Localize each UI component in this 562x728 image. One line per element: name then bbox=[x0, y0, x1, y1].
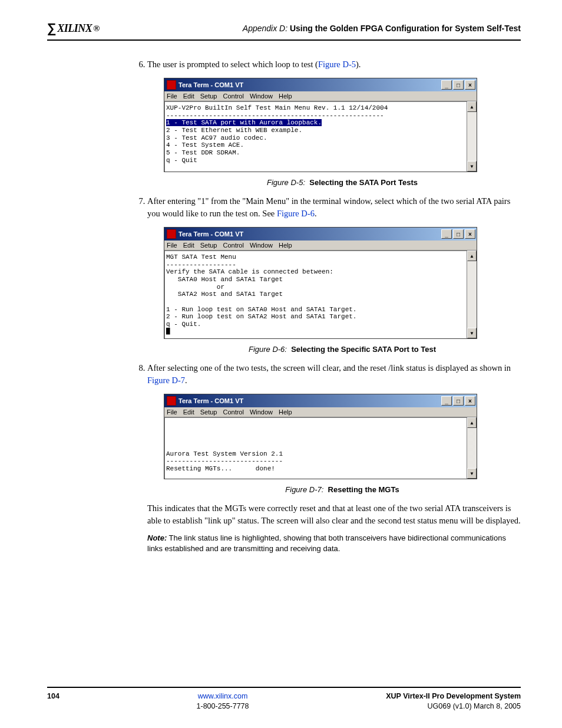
minimize-button[interactable]: _ bbox=[441, 396, 452, 406]
figure-d5-caption: Figure D-5: Selecting the SATA Port Test… bbox=[164, 178, 521, 187]
app-icon bbox=[167, 396, 176, 406]
figure-d6-link[interactable]: Figure D-6 bbox=[277, 209, 315, 218]
menu-edit[interactable]: Edit bbox=[183, 242, 194, 249]
page-number: 104 bbox=[47, 691, 59, 711]
minimize-button[interactable]: _ bbox=[441, 80, 452, 90]
menubar: File Edit Setup Control Window Help bbox=[164, 407, 477, 417]
scroll-up-icon[interactable]: ▲ bbox=[467, 101, 477, 112]
menu-window[interactable]: Window bbox=[250, 93, 273, 100]
figure-d5: Tera Term - COM1 VT _ □ × File Edit Setu… bbox=[164, 78, 521, 187]
step-7: After entering "1" from the "Main Menu" … bbox=[147, 195, 521, 220]
post-paragraph: This indicates that the MGTs were correc… bbox=[147, 502, 521, 527]
figure-d6: Tera Term - COM1 VT _ □ × File Edit Setu… bbox=[164, 227, 521, 354]
scroll-down-icon[interactable]: ▼ bbox=[467, 468, 477, 479]
note-paragraph: Note: The link status line is highlighte… bbox=[147, 533, 521, 554]
menu-edit[interactable]: Edit bbox=[183, 93, 194, 100]
close-button[interactable]: × bbox=[465, 80, 475, 90]
page-header: ∑ XILINX® Appendix D: Using the Golden F… bbox=[47, 21, 521, 41]
app-icon bbox=[167, 229, 176, 239]
minimize-button[interactable]: _ bbox=[441, 229, 452, 239]
scrollbar[interactable]: ▲ ▼ bbox=[467, 417, 477, 479]
step-list-3: After selecting one of the two tests, th… bbox=[147, 362, 521, 387]
maximize-button[interactable]: □ bbox=[453, 396, 464, 406]
menu-window[interactable]: Window bbox=[250, 409, 273, 416]
figure-d7: Tera Term - COM1 VT _ □ × File Edit Setu… bbox=[164, 394, 521, 494]
scroll-up-icon[interactable]: ▲ bbox=[467, 251, 477, 261]
scroll-up-icon[interactable]: ▲ bbox=[467, 417, 477, 428]
xilinx-logo: ∑ XILINX® bbox=[47, 21, 100, 36]
window-title: Tera Term - COM1 VT bbox=[178, 81, 243, 88]
menu-setup[interactable]: Setup bbox=[200, 242, 217, 249]
menu-control[interactable]: Control bbox=[223, 409, 243, 416]
menu-file[interactable]: File bbox=[167, 409, 177, 416]
menubar: File Edit Setup Control Window Help bbox=[164, 91, 477, 101]
terminal-output: XUP-V2Pro BuiltIn Self Test Main Menu Re… bbox=[164, 101, 467, 172]
window-titlebar: Tera Term - COM1 VT _ □ × bbox=[164, 228, 477, 241]
menu-setup[interactable]: Setup bbox=[200, 409, 217, 416]
figure-d7-link[interactable]: Figure D-7 bbox=[147, 375, 185, 385]
window-title: Tera Term - COM1 VT bbox=[178, 230, 243, 238]
close-button[interactable]: × bbox=[465, 229, 475, 239]
menu-window[interactable]: Window bbox=[250, 242, 273, 249]
menu-help[interactable]: Help bbox=[279, 242, 292, 249]
figure-d7-caption: Figure D-7: Resetting the MGTs bbox=[164, 485, 521, 494]
menu-control[interactable]: Control bbox=[223, 242, 243, 249]
menu-control[interactable]: Control bbox=[223, 93, 243, 100]
figure-d6-caption: Figure D-6: Selecting the Specific SATA … bbox=[164, 345, 521, 354]
window-titlebar: Tera Term - COM1 VT _ □ × bbox=[164, 78, 477, 91]
teraterm-window: Tera Term - COM1 VT _ □ × File Edit Setu… bbox=[164, 394, 477, 479]
app-icon bbox=[167, 80, 176, 90]
menu-file[interactable]: File bbox=[167, 242, 177, 249]
scroll-down-icon[interactable]: ▼ bbox=[467, 328, 477, 338]
step-6: The user is prompted to select which loo… bbox=[147, 58, 521, 71]
scrollbar[interactable]: ▲ ▼ bbox=[467, 101, 477, 172]
step-8: After selecting one of the two tests, th… bbox=[147, 362, 521, 387]
teraterm-window: Tera Term - COM1 VT _ □ × File Edit Setu… bbox=[164, 227, 477, 339]
window-titlebar: Tera Term - COM1 VT _ □ × bbox=[164, 394, 477, 407]
scrollbar[interactable]: ▲ ▼ bbox=[467, 251, 477, 338]
footer-phone: 1-800-255-7778 bbox=[197, 702, 249, 710]
menu-help[interactable]: Help bbox=[279, 409, 292, 416]
terminal-output: MGT SATA Test Menu ------------------ Ve… bbox=[164, 251, 467, 338]
scroll-down-icon[interactable]: ▼ bbox=[467, 161, 477, 172]
teraterm-window: Tera Term - COM1 VT _ □ × File Edit Setu… bbox=[164, 78, 477, 172]
menubar: File Edit Setup Control Window Help bbox=[164, 241, 477, 251]
maximize-button[interactable]: □ bbox=[453, 229, 464, 239]
maximize-button[interactable]: □ bbox=[453, 80, 464, 90]
close-button[interactable]: × bbox=[465, 396, 475, 406]
step-list: The user is prompted to select which loo… bbox=[147, 58, 521, 71]
menu-edit[interactable]: Edit bbox=[183, 409, 194, 416]
terminal-output: Aurora Test System Version 2.1 ---------… bbox=[164, 417, 467, 479]
menu-file[interactable]: File bbox=[167, 93, 177, 100]
footer-url-link[interactable]: www.xilinx.com bbox=[198, 692, 248, 700]
footer-doc-rev: UG069 (v1.0) March 8, 2005 bbox=[428, 702, 521, 710]
window-title: Tera Term - COM1 VT bbox=[178, 397, 243, 404]
figure-d5-link[interactable]: Figure D-5 bbox=[318, 60, 356, 69]
menu-setup[interactable]: Setup bbox=[200, 93, 217, 100]
step-list-2: After entering "1" from the "Main Menu" … bbox=[147, 195, 521, 220]
highlighted-line: 1 - Test SATA port with Aurora loopback. bbox=[166, 119, 322, 126]
footer-doc-title: XUP Virtex-II Pro Development System bbox=[386, 692, 521, 700]
menu-help[interactable]: Help bbox=[279, 93, 292, 100]
page-footer: 104 www.xilinx.com 1-800-255-7778 XUP Vi… bbox=[47, 687, 521, 711]
appendix-heading: Appendix D: Using the Golden FPGA Config… bbox=[243, 24, 521, 33]
